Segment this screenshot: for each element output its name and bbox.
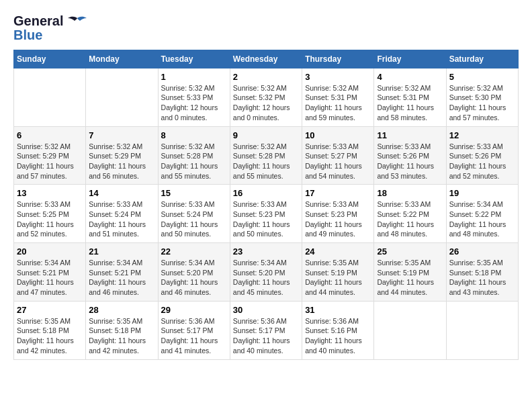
calendar-cell: 18Sunrise: 5:33 AMSunset: 5:22 PMDayligh… — [374, 185, 446, 243]
calendar-cell: 8Sunrise: 5:32 AMSunset: 5:28 PMDaylight… — [158, 126, 230, 185]
day-number: 29 — [161, 305, 227, 315]
calendar-cell: 14Sunrise: 5:33 AMSunset: 5:24 PMDayligh… — [86, 185, 158, 243]
day-number: 9 — [233, 130, 299, 140]
day-info: Sunrise: 5:35 AMSunset: 5:18 PMDaylight:… — [89, 316, 154, 356]
day-info: Sunrise: 5:34 AMSunset: 5:20 PMDaylight:… — [161, 258, 227, 298]
calendar-cell: 7Sunrise: 5:32 AMSunset: 5:29 PMDaylight… — [86, 126, 158, 185]
day-number: 24 — [305, 246, 371, 257]
calendar-cell: 3Sunrise: 5:32 AMSunset: 5:31 PMDaylight… — [302, 68, 374, 126]
calendar-week-row: 20Sunrise: 5:34 AMSunset: 5:21 PMDayligh… — [14, 243, 519, 302]
calendar-cell — [86, 68, 158, 126]
day-info: Sunrise: 5:32 AMSunset: 5:28 PMDaylight:… — [161, 142, 227, 181]
day-number: 17 — [305, 188, 371, 198]
calendar-cell: 17Sunrise: 5:33 AMSunset: 5:23 PMDayligh… — [302, 185, 374, 243]
weekday-header-wednesday: Wednesday — [230, 50, 302, 68]
day-info: Sunrise: 5:33 AMSunset: 5:23 PMDaylight:… — [305, 199, 371, 239]
weekday-header-thursday: Thursday — [302, 50, 374, 68]
weekday-header-sunday: Sunday — [14, 50, 86, 68]
day-number: 12 — [449, 130, 515, 140]
calendar-cell: 15Sunrise: 5:33 AMSunset: 5:24 PMDayligh… — [158, 185, 230, 243]
calendar-cell — [374, 301, 446, 359]
day-number: 7 — [89, 130, 154, 140]
day-info: Sunrise: 5:36 AMSunset: 5:17 PMDaylight:… — [233, 316, 299, 356]
weekday-header-row: SundayMondayTuesdayWednesdayThursdayFrid… — [14, 50, 519, 68]
day-info: Sunrise: 5:32 AMSunset: 5:30 PMDaylight:… — [449, 83, 515, 123]
calendar-cell: 10Sunrise: 5:33 AMSunset: 5:27 PMDayligh… — [302, 126, 374, 185]
day-number: 15 — [161, 188, 227, 198]
calendar-cell: 26Sunrise: 5:35 AMSunset: 5:18 PMDayligh… — [446, 243, 518, 302]
day-info: Sunrise: 5:34 AMSunset: 5:22 PMDaylight:… — [449, 199, 515, 239]
calendar-cell — [446, 301, 518, 359]
calendar-cell: 20Sunrise: 5:34 AMSunset: 5:21 PMDayligh… — [14, 243, 86, 302]
day-number: 1 — [161, 72, 227, 82]
calendar-cell: 16Sunrise: 5:33 AMSunset: 5:23 PMDayligh… — [230, 185, 302, 243]
calendar-cell: 1Sunrise: 5:32 AMSunset: 5:33 PMDaylight… — [158, 68, 230, 126]
calendar-cell: 29Sunrise: 5:36 AMSunset: 5:17 PMDayligh… — [158, 301, 230, 359]
calendar-week-row: 27Sunrise: 5:35 AMSunset: 5:18 PMDayligh… — [14, 301, 519, 359]
day-number: 11 — [377, 130, 443, 140]
day-number: 6 — [17, 130, 83, 140]
calendar-cell: 22Sunrise: 5:34 AMSunset: 5:20 PMDayligh… — [158, 243, 230, 302]
weekday-header-tuesday: Tuesday — [158, 50, 230, 68]
calendar-week-row: 1Sunrise: 5:32 AMSunset: 5:33 PMDaylight… — [14, 68, 519, 126]
day-number: 10 — [305, 130, 371, 140]
day-number: 21 — [89, 246, 154, 257]
logo: General Blue — [13, 13, 87, 43]
day-info: Sunrise: 5:35 AMSunset: 5:19 PMDaylight:… — [305, 258, 371, 298]
day-info: Sunrise: 5:32 AMSunset: 5:32 PMDaylight:… — [233, 83, 299, 123]
calendar-week-row: 13Sunrise: 5:33 AMSunset: 5:25 PMDayligh… — [14, 185, 519, 243]
day-info: Sunrise: 5:32 AMSunset: 5:33 PMDaylight:… — [161, 83, 227, 123]
day-number: 13 — [17, 188, 83, 198]
day-info: Sunrise: 5:34 AMSunset: 5:21 PMDaylight:… — [89, 258, 154, 298]
calendar-cell: 12Sunrise: 5:33 AMSunset: 5:26 PMDayligh… — [446, 126, 518, 185]
weekday-header-saturday: Saturday — [446, 50, 518, 68]
calendar-cell: 28Sunrise: 5:35 AMSunset: 5:18 PMDayligh… — [86, 301, 158, 359]
calendar-cell: 24Sunrise: 5:35 AMSunset: 5:19 PMDayligh… — [302, 243, 374, 302]
day-number: 18 — [377, 188, 443, 198]
day-info: Sunrise: 5:36 AMSunset: 5:17 PMDaylight:… — [161, 316, 227, 356]
day-info: Sunrise: 5:33 AMSunset: 5:24 PMDaylight:… — [161, 199, 227, 239]
day-info: Sunrise: 5:32 AMSunset: 5:31 PMDaylight:… — [377, 83, 443, 123]
calendar-week-row: 6Sunrise: 5:32 AMSunset: 5:29 PMDaylight… — [14, 126, 519, 185]
calendar-cell: 13Sunrise: 5:33 AMSunset: 5:25 PMDayligh… — [14, 185, 86, 243]
day-number: 28 — [89, 305, 154, 315]
day-number: 27 — [17, 305, 83, 315]
calendar-cell: 31Sunrise: 5:36 AMSunset: 5:16 PMDayligh… — [302, 301, 374, 359]
page-header: General Blue — [13, 13, 519, 43]
day-info: Sunrise: 5:35 AMSunset: 5:18 PMDaylight:… — [449, 258, 515, 298]
weekday-header-monday: Monday — [86, 50, 158, 68]
day-info: Sunrise: 5:32 AMSunset: 5:31 PMDaylight:… — [305, 83, 371, 123]
calendar-cell: 5Sunrise: 5:32 AMSunset: 5:30 PMDaylight… — [446, 68, 518, 126]
day-number: 31 — [305, 305, 371, 315]
logo-bird-icon — [68, 15, 87, 30]
day-info: Sunrise: 5:33 AMSunset: 5:26 PMDaylight:… — [449, 142, 515, 181]
day-number: 2 — [233, 72, 299, 82]
day-info: Sunrise: 5:33 AMSunset: 5:24 PMDaylight:… — [89, 199, 154, 239]
day-number: 23 — [233, 246, 299, 257]
day-number: 14 — [89, 188, 154, 198]
day-info: Sunrise: 5:32 AMSunset: 5:29 PMDaylight:… — [89, 142, 154, 181]
day-info: Sunrise: 5:34 AMSunset: 5:21 PMDaylight:… — [17, 258, 83, 298]
calendar-cell: 21Sunrise: 5:34 AMSunset: 5:21 PMDayligh… — [86, 243, 158, 302]
day-number: 5 — [449, 72, 515, 82]
day-number: 16 — [233, 188, 299, 198]
calendar-cell: 23Sunrise: 5:34 AMSunset: 5:20 PMDayligh… — [230, 243, 302, 302]
calendar-cell: 6Sunrise: 5:32 AMSunset: 5:29 PMDaylight… — [14, 126, 86, 185]
day-info: Sunrise: 5:32 AMSunset: 5:29 PMDaylight:… — [17, 142, 83, 181]
day-info: Sunrise: 5:34 AMSunset: 5:20 PMDaylight:… — [233, 258, 299, 298]
calendar-cell: 11Sunrise: 5:33 AMSunset: 5:26 PMDayligh… — [374, 126, 446, 185]
day-info: Sunrise: 5:35 AMSunset: 5:18 PMDaylight:… — [17, 316, 83, 356]
calendar-cell — [14, 68, 86, 126]
day-info: Sunrise: 5:33 AMSunset: 5:22 PMDaylight:… — [377, 199, 443, 239]
day-number: 4 — [377, 72, 443, 82]
day-number: 25 — [377, 246, 443, 257]
calendar-cell: 27Sunrise: 5:35 AMSunset: 5:18 PMDayligh… — [14, 301, 86, 359]
day-info: Sunrise: 5:36 AMSunset: 5:16 PMDaylight:… — [305, 316, 371, 356]
calendar-cell: 30Sunrise: 5:36 AMSunset: 5:17 PMDayligh… — [230, 301, 302, 359]
day-number: 3 — [305, 72, 371, 82]
calendar-cell: 25Sunrise: 5:35 AMSunset: 5:19 PMDayligh… — [374, 243, 446, 302]
weekday-header-friday: Friday — [374, 50, 446, 68]
calendar-cell: 4Sunrise: 5:32 AMSunset: 5:31 PMDaylight… — [374, 68, 446, 126]
calendar-table: SundayMondayTuesdayWednesdayThursdayFrid… — [13, 50, 519, 360]
day-number: 19 — [449, 188, 515, 198]
